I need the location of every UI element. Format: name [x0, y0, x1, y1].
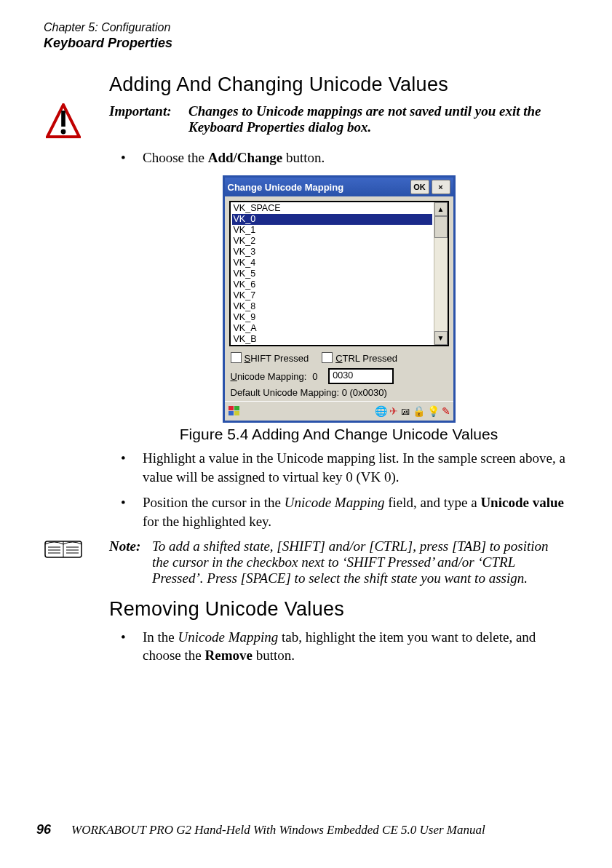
bullet-list-c: In the Unicode Mapping tab, highlight th…: [109, 628, 568, 665]
note-label: Note:: [109, 538, 149, 554]
unicode-mapping-key: 0: [312, 371, 322, 382]
start-button-icon[interactable]: [228, 405, 241, 417]
bullet-b2-em: Unicode Mapping: [285, 495, 385, 510]
section-line: Keyboard Properties: [44, 35, 568, 52]
scroll-down-button[interactable]: ▼: [434, 331, 448, 345]
page-footer: 96WORKABOUT PRO G2 Hand-Held With Window…: [36, 822, 485, 837]
page-number: 96: [36, 822, 51, 837]
bullet-c1-post: button.: [253, 648, 295, 663]
shift-rest: HIFT Pressed: [250, 353, 309, 364]
dialog-titlebar: Change Unicode Mapping OK ×: [225, 178, 453, 196]
tray-bulb-icon[interactable]: 💡: [427, 406, 440, 416]
tray-pen-icon[interactable]: ✎: [442, 406, 450, 416]
unicode-mapping-input[interactable]: 0030: [328, 368, 394, 384]
section-title-removing: Removing Unicode Values: [109, 598, 568, 621]
tray-pin-icon[interactable]: ✈: [389, 406, 398, 416]
close-button[interactable]: ×: [432, 180, 450, 194]
bullet-a1: Choose the Add/Change button.: [109, 148, 568, 167]
ctrl-rest: TRL Pressed: [343, 353, 397, 364]
svg-rect-6: [234, 411, 239, 415]
dialog-title: Change Unicode Mapping: [228, 182, 344, 193]
bullet-list-b: Highlight a value in the Unicode mapping…: [109, 449, 568, 531]
default-mapping-label: Default Unicode Mapping: 0 (0x0030): [225, 387, 453, 401]
bullet-a1-pre: Choose the: [143, 150, 208, 165]
bullet-b1: Highlight a value in the Unicode mapping…: [109, 449, 568, 486]
bullet-a1-bold: Add/Change: [208, 150, 282, 165]
bullet-list-a: Choose the Add/Change button.: [109, 148, 568, 167]
list-item[interactable]: VK_SPACE: [232, 203, 432, 214]
chapter-line: Chapter 5: Configuration: [44, 20, 568, 35]
shift-pressed-checkbox[interactable]: SHIFT Pressed: [231, 352, 309, 364]
ctrl-pressed-checkbox[interactable]: CTRL Pressed: [322, 352, 397, 364]
vk-listbox[interactable]: VK_SPACEVK_0VK_1VK_2VK_3VK_4VK_5VK_6VK_7…: [229, 201, 449, 346]
svg-rect-5: [228, 411, 234, 415]
bullet-b2-post: for the highlighted key.: [143, 514, 271, 529]
tray-globe-icon[interactable]: 🌐: [375, 406, 387, 416]
section-title-adding: Adding And Changing Unicode Values: [109, 73, 568, 96]
manual-title: WORKABOUT PRO G2 Hand-Held With Windows …: [71, 823, 485, 837]
list-item[interactable]: VK_8: [232, 301, 432, 312]
scroll-track[interactable]: [434, 238, 448, 331]
running-header: Chapter 5: Configuration Keyboard Proper…: [44, 20, 568, 52]
bullet-a1-post: button.: [282, 150, 325, 165]
dialog-window: Change Unicode Mapping OK × VK_SPACEVK_0…: [223, 175, 456, 423]
figure-screenshot: Change Unicode Mapping OK × VK_SPACEVK_0…: [109, 175, 568, 423]
list-item[interactable]: VK_9: [232, 312, 432, 323]
scroll-thumb[interactable]: [434, 216, 448, 238]
system-tray: 🌐 ✈ 🖭 🔒 💡 ✎: [375, 406, 450, 416]
bullet-b2: Position the cursor in the Unicode Mappi…: [109, 493, 568, 530]
important-label: Important:: [109, 103, 186, 119]
taskbar: 🌐 ✈ 🖭 🔒 💡 ✎: [225, 401, 453, 421]
svg-rect-1: [61, 111, 65, 127]
note-callout: Note: To add a shifted state, [SHIFT] an…: [109, 538, 568, 586]
important-text: Changes to Unicode mappings are not save…: [188, 103, 560, 135]
ctrl-u: C: [335, 353, 342, 364]
bullet-b2-pre: Position the cursor in the: [143, 495, 285, 510]
bullet-c1: In the Unicode Mapping tab, highlight th…: [109, 628, 568, 665]
list-item[interactable]: VK_1: [232, 225, 432, 236]
svg-rect-4: [234, 406, 239, 410]
list-item[interactable]: VK_A: [232, 323, 432, 334]
list-item[interactable]: VK_7: [232, 290, 432, 301]
list-item[interactable]: VK_4: [232, 258, 432, 268]
note-text: To add a shifted state, [SHIFT] and/or […: [152, 538, 560, 586]
ok-button[interactable]: OK: [410, 180, 429, 194]
bullet-c1-em: Unicode Mapping: [178, 629, 279, 645]
tray-card-icon[interactable]: 🖭: [400, 406, 410, 416]
bullet-b2-mid: field, and type a: [384, 495, 480, 510]
bullet-c1-pre: In the: [143, 629, 178, 645]
map-u: U: [231, 371, 237, 382]
important-icon: [44, 103, 83, 141]
bullet-c1-bold: Remove: [204, 648, 252, 663]
figure-caption: Figure 5.4 Adding And Change Unicode Val…: [109, 426, 568, 443]
svg-point-2: [61, 129, 66, 134]
note-icon: [44, 537, 83, 562]
list-item[interactable]: VK_0: [232, 214, 432, 225]
important-callout: Important: Changes to Unicode mappings a…: [109, 103, 568, 135]
list-item[interactable]: VK_5: [232, 268, 432, 279]
bullet-b2-bold: Unicode value: [480, 495, 564, 510]
list-item[interactable]: VK_3: [232, 247, 432, 258]
svg-rect-3: [228, 406, 234, 410]
list-item[interactable]: VK_B: [232, 334, 432, 345]
map-rest: nicode Mapping:: [237, 371, 306, 382]
scroll-up-button[interactable]: ▲: [434, 202, 448, 216]
tray-lock-icon[interactable]: 🔒: [413, 406, 425, 416]
listbox-scrollbar[interactable]: ▲ ▼: [434, 202, 448, 345]
shift-u: S: [245, 353, 251, 364]
unicode-mapping-label: Unicode Mapping:: [231, 371, 307, 382]
list-item[interactable]: VK_2: [232, 236, 432, 247]
list-item[interactable]: VK_6: [232, 279, 432, 290]
